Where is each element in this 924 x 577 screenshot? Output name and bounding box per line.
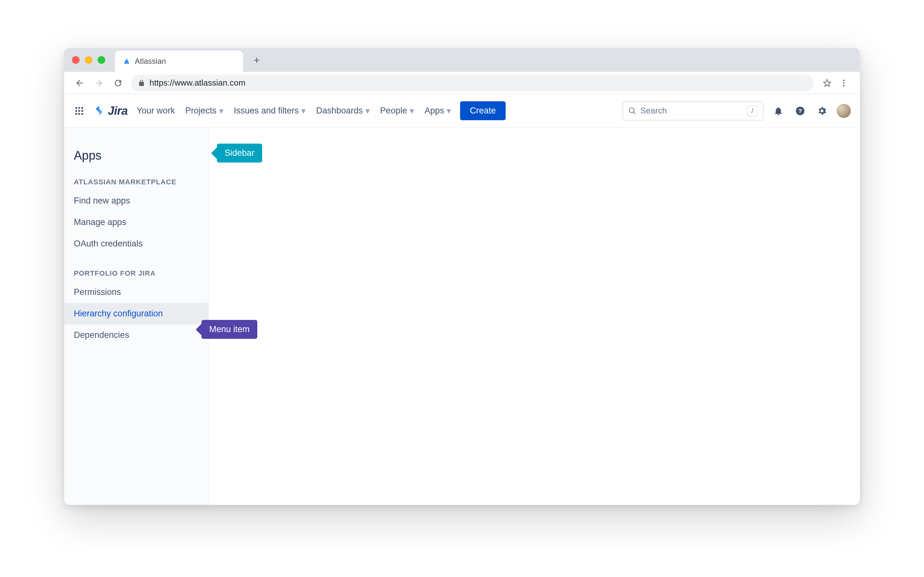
nav-your-work[interactable]: Your work xyxy=(136,103,176,119)
forward-button[interactable] xyxy=(92,77,105,89)
browser-tab[interactable]: Atlassian xyxy=(115,51,243,72)
section-heading-portfolio: PORTFOLIO FOR JIRA xyxy=(64,263,208,282)
svg-rect-7 xyxy=(78,110,80,111)
back-button[interactable] xyxy=(73,77,86,89)
svg-rect-8 xyxy=(81,110,83,111)
help-button[interactable]: ? xyxy=(793,104,807,118)
sidebar-title: Apps xyxy=(64,137,208,171)
chevron-down-icon: ▾ xyxy=(365,106,370,116)
app-switcher-button[interactable] xyxy=(73,105,86,117)
svg-point-1 xyxy=(843,82,845,84)
avatar[interactable] xyxy=(837,104,851,118)
svg-rect-4 xyxy=(78,107,80,109)
nav-people[interactable]: People▾ xyxy=(379,103,415,119)
url-text: https://www.atlassian.com xyxy=(150,78,246,88)
nav-dashboards[interactable]: Dashboards▾ xyxy=(315,103,371,119)
svg-point-12 xyxy=(629,108,634,113)
sidebar: Apps ATLASSIAN MARKETPLACE Find new apps… xyxy=(64,127,208,505)
sidebar-item-permissions[interactable]: Permissions xyxy=(64,282,208,303)
reload-button[interactable] xyxy=(111,77,124,89)
chevron-down-icon: ▾ xyxy=(447,106,451,116)
sidebar-item-dependencies[interactable]: Dependencies xyxy=(64,324,208,346)
svg-rect-10 xyxy=(78,113,80,114)
product-name: Jira xyxy=(108,104,128,118)
svg-rect-11 xyxy=(81,113,83,114)
notifications-button[interactable] xyxy=(771,104,785,118)
svg-text:?: ? xyxy=(798,107,802,114)
sidebar-item-oauth-credentials[interactable]: OAuth credentials xyxy=(64,233,208,255)
chevron-down-icon: ▾ xyxy=(301,106,306,116)
callout-menu-item: Menu item xyxy=(202,320,257,339)
chevron-down-icon: ▾ xyxy=(410,106,414,116)
close-window-button[interactable] xyxy=(72,56,79,64)
window-controls xyxy=(72,56,105,64)
svg-rect-3 xyxy=(75,107,77,109)
jira-logo[interactable]: Jira xyxy=(93,104,128,118)
address-bar: https://www.atlassian.com xyxy=(64,72,860,94)
url-field[interactable]: https://www.atlassian.com xyxy=(131,75,814,91)
browser-menu-button[interactable] xyxy=(837,76,851,90)
sidebar-item-manage-apps[interactable]: Manage apps xyxy=(64,211,208,233)
lock-icon xyxy=(138,79,145,87)
maximize-window-button[interactable] xyxy=(97,56,105,64)
main-content: Sidebar Menu item xyxy=(208,127,860,505)
sidebar-item-hierarchy-configuration[interactable]: Hierarchy configuration xyxy=(64,303,208,324)
search-input[interactable]: Search / xyxy=(622,101,764,121)
nav-projects[interactable]: Projects▾ xyxy=(184,103,225,119)
minimize-window-button[interactable] xyxy=(85,56,92,64)
nav-apps[interactable]: Apps▾ xyxy=(423,103,453,119)
search-hint-key: / xyxy=(747,105,758,116)
tab-strip: Atlassian + xyxy=(64,48,860,72)
nav-issues-filters[interactable]: Issues and filters▾ xyxy=(233,103,307,119)
svg-line-13 xyxy=(633,112,636,114)
sidebar-item-find-new-apps[interactable]: Find new apps xyxy=(64,190,208,211)
create-button[interactable]: Create xyxy=(460,101,505,120)
tab-title: Atlassian xyxy=(135,57,166,66)
settings-button[interactable] xyxy=(815,104,829,118)
jira-icon xyxy=(93,105,105,117)
search-placeholder: Search xyxy=(640,106,667,116)
svg-point-0 xyxy=(843,79,845,81)
browser-window: Atlassian + https://www.atlassian.com xyxy=(64,48,860,505)
svg-rect-9 xyxy=(75,113,77,114)
search-icon xyxy=(628,107,636,115)
section-heading-marketplace: ATLASSIAN MARKETPLACE xyxy=(64,171,208,190)
chevron-down-icon: ▾ xyxy=(219,106,224,116)
callout-sidebar: Sidebar xyxy=(217,143,262,163)
svg-point-2 xyxy=(843,85,845,86)
bookmark-button[interactable] xyxy=(820,76,834,90)
app-top-nav: Jira Your work Projects▾ Issues and filt… xyxy=(64,94,860,127)
svg-rect-5 xyxy=(81,107,83,109)
atlassian-icon xyxy=(123,57,131,65)
svg-rect-6 xyxy=(75,110,77,111)
new-tab-button[interactable]: + xyxy=(249,52,264,68)
app-body: Apps ATLASSIAN MARKETPLACE Find new apps… xyxy=(64,127,860,505)
